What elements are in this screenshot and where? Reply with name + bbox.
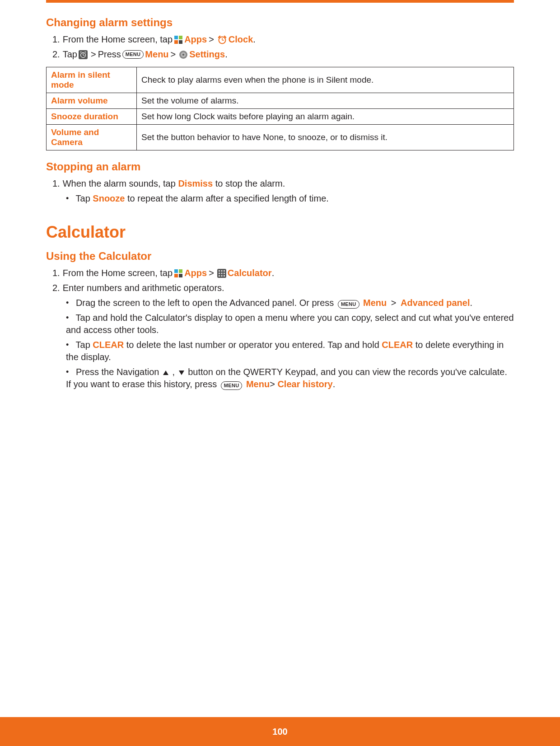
calculator-tile-icon	[217, 269, 226, 278]
heading-changing-alarm: Changing alarm settings	[46, 16, 514, 29]
svg-rect-15	[179, 269, 182, 273]
menu-key-label: menu	[126, 51, 141, 58]
setting-description: Check to play alarms even when the phone…	[137, 67, 514, 93]
alarm-settings-table: Alarm in silent modeCheck to play alarms…	[46, 67, 514, 150]
text: to stop the alarm.	[215, 178, 285, 190]
content: Changing alarm settings 1. From the Home…	[46, 16, 514, 393]
svg-rect-27	[224, 275, 225, 277]
apps-grid-icon	[174, 269, 183, 278]
text: From the Home screen, tap	[63, 267, 173, 279]
table-row: Alarm in silent modeCheck to play alarms…	[47, 67, 514, 93]
step-1: 1. When the alarm sounds, tap Dismiss to…	[52, 178, 514, 190]
clear-history-label: Clear history	[277, 379, 332, 389]
setting-name: Alarm in silent mode	[47, 67, 137, 93]
table-row: Alarm volumeSet the volume of alarms.	[47, 93, 514, 109]
text: From the Home screen, tap	[63, 33, 173, 46]
svg-rect-1	[179, 36, 182, 39]
snooze-label: Snooze	[93, 193, 125, 203]
svg-rect-22	[219, 272, 220, 274]
setting-name: Snooze duration	[47, 109, 137, 125]
settings-gear-icon	[179, 50, 188, 59]
step-number: 1.	[52, 267, 60, 279]
svg-rect-2	[174, 40, 178, 44]
sub-bullets: Tap Snooze to repeat the alarm after a s…	[66, 192, 514, 205]
calculator-label: Calculator	[228, 267, 272, 279]
text: Enter numbers and arithmetic operators.	[63, 282, 224, 294]
text: Tap	[63, 48, 77, 61]
clear-label: CLEAR	[93, 340, 124, 350]
text: Tap	[76, 193, 90, 203]
setting-description: Set how long Clock waits before playing …	[137, 109, 514, 125]
step-1: 1. From the Home screen, tap Apps > Calc…	[52, 267, 514, 279]
changing-alarm-steps: 1. From the Home screen, tap Apps > Cloc…	[52, 33, 514, 61]
comma: ,	[173, 367, 175, 377]
setting-name: Alarm volume	[47, 93, 137, 109]
period: .	[225, 48, 228, 61]
text: When the alarm sounds, tap	[63, 178, 176, 190]
setting-description: Set the volume of alarms.	[137, 93, 514, 109]
top-rule	[46, 0, 514, 3]
svg-rect-26	[221, 275, 222, 277]
heading-calculator: Calculator	[46, 223, 514, 242]
advanced-panel-label: Advanced panel	[401, 298, 470, 308]
menu-key-icon: menu	[122, 50, 144, 59]
svg-rect-16	[174, 274, 178, 277]
separator: >	[391, 298, 397, 308]
clock-label: Clock	[229, 33, 253, 46]
clear-label: CLEAR	[382, 340, 413, 350]
svg-rect-17	[179, 274, 182, 277]
table-row: Snooze durationSet how long Clock waits …	[47, 109, 514, 125]
separator: >	[270, 379, 275, 389]
svg-marker-28	[163, 371, 168, 375]
step-number: 1.	[52, 178, 60, 190]
bullet-copy-cut: Tap and hold the Calculator's display to…	[66, 312, 514, 336]
svg-rect-24	[224, 272, 225, 274]
step-number: 1.	[52, 33, 60, 46]
dismiss-label: Dismiss	[178, 178, 213, 190]
apps-label: Apps	[184, 33, 207, 46]
apps-label: Apps	[184, 267, 207, 279]
heading-stopping-alarm: Stopping an alarm	[46, 160, 514, 173]
period: .	[333, 379, 336, 389]
settings-label: Settings	[189, 48, 225, 61]
page-number: 100	[272, 727, 287, 737]
separator: >	[171, 48, 176, 61]
separator: >	[91, 48, 96, 61]
table-row: Volume and CameraSet the button behavior…	[47, 125, 514, 150]
menu-label: Menu	[145, 48, 168, 61]
menu-label: Menu	[363, 298, 387, 308]
svg-rect-19	[219, 270, 220, 272]
svg-rect-14	[174, 269, 178, 273]
alarm-tile-icon	[79, 50, 88, 59]
step-2: 2. Tap > Press menu Menu > Settings .	[52, 48, 514, 61]
step-2: 2. Enter numbers and arithmetic operator…	[52, 282, 514, 294]
page: Changing alarm settings 1. From the Home…	[0, 0, 560, 746]
text: to repeat the alarm after a specified le…	[127, 193, 329, 203]
period: .	[253, 33, 256, 46]
period: .	[272, 267, 275, 279]
nav-down-icon	[178, 370, 185, 375]
menu-key-label: menu	[224, 382, 239, 389]
text: Press the Navigation	[76, 367, 159, 377]
bullet-snooze: Tap Snooze to repeat the alarm after a s…	[66, 192, 514, 205]
menu-key-icon: menu	[338, 300, 359, 309]
text: to delete the last number or operator yo…	[126, 340, 379, 350]
period: .	[470, 298, 472, 308]
text: Drag the screen to the left to open the …	[76, 298, 334, 308]
text: Tap and hold the Calculator's display to…	[66, 313, 514, 335]
heading-using-calculator: Using the Calculator	[46, 250, 514, 263]
svg-point-13	[182, 53, 185, 56]
step-number: 2.	[52, 48, 60, 61]
calculator-bullets: Drag the screen to the left to open the …	[66, 297, 514, 390]
bullet-advanced-panel: Drag the screen to the left to open the …	[66, 297, 514, 309]
calculator-steps: 1. From the Home screen, tap Apps > Calc…	[52, 267, 514, 390]
step-number: 2.	[52, 282, 60, 294]
stopping-alarm-steps: 1. When the alarm sounds, tap Dismiss to…	[52, 178, 514, 205]
menu-key-icon: menu	[221, 381, 243, 390]
step-1: 1. From the Home screen, tap Apps > Cloc…	[52, 33, 514, 46]
svg-rect-25	[219, 275, 220, 277]
separator: >	[209, 33, 214, 46]
bullet-clear: Tap CLEAR to delete the last number or o…	[66, 339, 514, 363]
bullet-navigation-history: Press the Navigation , button on the QWE…	[66, 366, 514, 390]
text: Press	[98, 48, 121, 61]
